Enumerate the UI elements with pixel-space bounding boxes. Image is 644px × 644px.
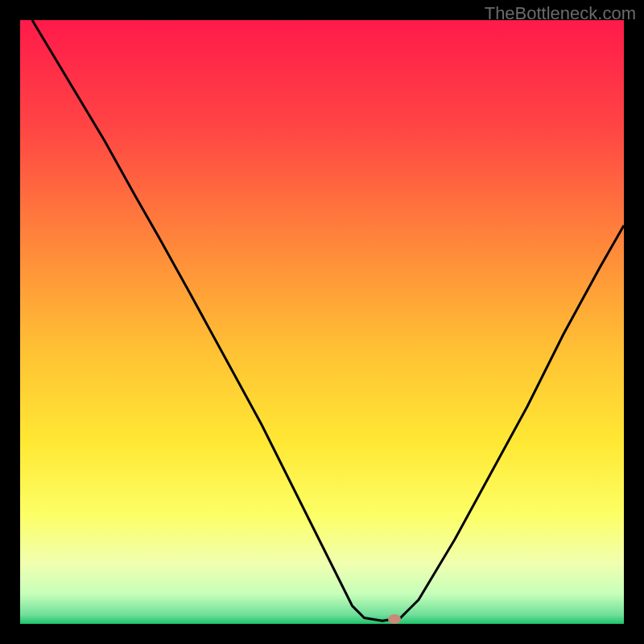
chart-svg [20,20,624,624]
optimal-point-marker [388,614,401,624]
plot-area [20,20,624,624]
gradient-background [20,20,624,624]
watermark-text: TheBottleneck.com [485,3,636,24]
